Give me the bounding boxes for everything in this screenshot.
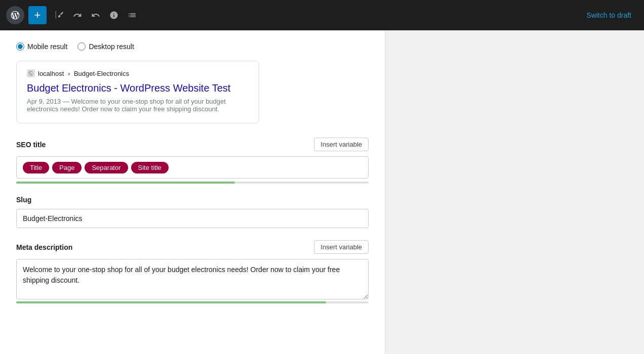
meta-description-label: Meta description	[16, 243, 72, 251]
meta-description-textarea[interactable]: Welcome to your one-stop shop for all of…	[16, 259, 369, 299]
main-content: Mobile result Desktop result localhost ›…	[0, 30, 644, 354]
right-sidebar	[385, 30, 527, 354]
switch-to-draft-button[interactable]: Switch to draft	[580, 8, 638, 23]
mobile-result-label[interactable]: Mobile result	[16, 42, 67, 51]
editor-area: Mobile result Desktop result localhost ›…	[0, 30, 385, 354]
info-button[interactable]	[105, 7, 123, 24]
list-view-button[interactable]	[124, 7, 141, 24]
seo-tag-title: Title	[23, 162, 49, 173]
wordpress-icon	[10, 10, 20, 20]
desktop-result-label[interactable]: Desktop result	[77, 42, 134, 51]
redo-icon	[91, 11, 100, 20]
pencil-icon	[55, 11, 64, 20]
slug-header: Slug	[16, 196, 369, 204]
seo-tag-separator: Separator	[85, 162, 128, 173]
seo-tag-page: Page	[52, 162, 82, 173]
undo-button[interactable]	[69, 7, 86, 24]
preview-breadcrumb: localhost › Budget-Electronics	[27, 69, 249, 77]
seo-title-progress-bar	[16, 182, 369, 184]
add-block-button[interactable]: +	[28, 6, 47, 24]
list-view-icon	[128, 11, 137, 20]
seo-title-header: SEO title Insert variable	[16, 138, 369, 151]
desktop-result-radio[interactable]	[77, 42, 86, 51]
preview-favicon	[27, 69, 35, 77]
seo-tag-site-title: Site title	[131, 162, 169, 173]
slug-section: Slug	[16, 196, 369, 228]
info-icon	[109, 11, 118, 20]
preview-url-path: Budget-Electronics	[74, 70, 129, 77]
seo-title-label: SEO title	[16, 141, 46, 149]
preview-url-base: localhost	[38, 70, 64, 77]
toolbar: + Switch to draft	[0, 0, 644, 30]
globe-icon	[28, 70, 34, 76]
redo-button[interactable]	[87, 7, 104, 24]
seo-title-section: SEO title Insert variable Title Page Sep…	[16, 138, 369, 184]
toolbar-right: Switch to draft	[580, 8, 638, 23]
wp-logo	[6, 6, 24, 24]
seo-title-progress-fill	[16, 182, 235, 184]
meta-description-progress-fill	[16, 301, 326, 303]
seo-title-field[interactable]: Title Page Separator Site title	[16, 156, 369, 179]
edit-button[interactable]	[51, 7, 68, 24]
result-type-row: Mobile result Desktop result	[16, 42, 369, 51]
meta-description-section: Meta description Insert variable Welcome…	[16, 240, 369, 303]
toolbar-icons	[51, 7, 141, 24]
meta-description-progress-bar	[16, 301, 369, 303]
undo-icon	[73, 11, 82, 20]
preview-url-separator: ›	[68, 70, 72, 77]
preview-date: Apr 9, 2013 — Welcome to your one-stop s…	[27, 98, 249, 113]
seo-title-insert-variable-button[interactable]: Insert variable	[314, 138, 369, 151]
meta-description-header: Meta description Insert variable	[16, 240, 369, 254]
meta-description-insert-variable-button[interactable]: Insert variable	[314, 240, 369, 254]
search-preview-card: localhost › Budget-Electronics Budget El…	[16, 61, 259, 123]
slug-label: Slug	[16, 196, 31, 204]
mobile-result-text: Mobile result	[27, 42, 67, 51]
slug-input[interactable]	[16, 209, 369, 228]
preview-url: localhost › Budget-Electronics	[38, 70, 129, 77]
desktop-result-text: Desktop result	[89, 42, 134, 51]
preview-title[interactable]: Budget Electronics - WordPress Website T…	[27, 81, 249, 95]
mobile-result-radio[interactable]	[16, 42, 24, 51]
